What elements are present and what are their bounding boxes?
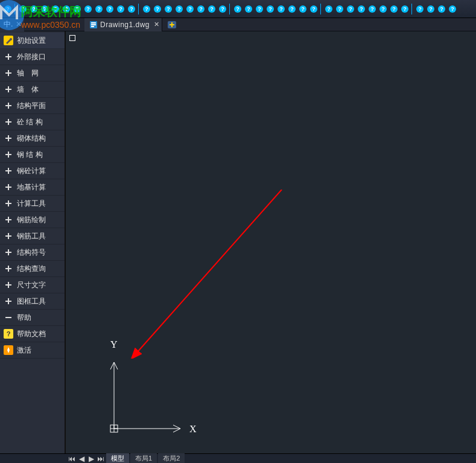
help-icon[interactable]: ? bbox=[115, 4, 126, 14]
help-icon[interactable]: ? bbox=[185, 4, 195, 14]
svg-text:?: ? bbox=[429, 6, 433, 12]
sidebar-item-label: 结构平面 bbox=[17, 101, 46, 111]
tab-close-icon[interactable]: ✕ bbox=[154, 21, 159, 28]
help-icon[interactable]: ? bbox=[436, 4, 447, 14]
help-icon[interactable]: ? bbox=[141, 4, 152, 14]
help-icon[interactable]: ? bbox=[399, 4, 410, 14]
sidebar-item-0[interactable]: 初始设置 bbox=[0, 33, 65, 49]
help-icon[interactable]: ? bbox=[447, 4, 458, 14]
help-icon[interactable]: ? bbox=[345, 4, 356, 14]
minus-icon bbox=[4, 313, 13, 322]
help-icon[interactable]: ? bbox=[94, 4, 104, 14]
toolbar-app-icon[interactable]: ? bbox=[2, 4, 13, 14]
help-icon[interactable]: ? bbox=[17, 4, 28, 14]
layout1-tab[interactable]: 布局1 bbox=[130, 453, 157, 463]
svg-text:?: ? bbox=[32, 6, 36, 12]
help-icon[interactable]: ? bbox=[276, 4, 287, 14]
sidebar-item-16[interactable]: 图框工具 bbox=[0, 293, 65, 310]
svg-line-128 bbox=[137, 190, 282, 353]
sidebar-item-4[interactable]: 结构平面 bbox=[0, 98, 65, 114]
help-icon[interactable]: ? bbox=[217, 4, 228, 14]
file-tab-strip: 中. ✕ Drawing1.dwg ✕ bbox=[0, 18, 476, 31]
plus-icon bbox=[4, 215, 13, 225]
sidebar-item-2[interactable]: 轴 网 bbox=[0, 65, 65, 81]
svg-text:?: ? bbox=[451, 6, 454, 12]
help-icon[interactable]: ? bbox=[50, 4, 61, 14]
svg-text:?: ? bbox=[221, 6, 224, 12]
sidebar-item-14[interactable]: 结构查询 bbox=[0, 261, 65, 277]
help-icon[interactable]: ? bbox=[308, 4, 319, 14]
help-icon[interactable]: ? bbox=[126, 4, 137, 14]
help-icon[interactable]: ? bbox=[334, 4, 345, 14]
sidebar-item-8[interactable]: 钢砼计算 bbox=[0, 163, 65, 179]
svg-text:?: ? bbox=[86, 6, 90, 12]
sidebar-item-1[interactable]: 外部接口 bbox=[0, 49, 65, 65]
help-icon[interactable]: ? bbox=[152, 4, 163, 14]
help-icon[interactable]: ? bbox=[83, 4, 94, 14]
sidebar-item-11[interactable]: 钢筋绘制 bbox=[0, 212, 65, 228]
help-icon[interactable]: ? bbox=[287, 4, 297, 14]
file-tab[interactable]: Drawing1.dwg ✕ bbox=[84, 18, 162, 31]
help-icon[interactable]: ? bbox=[232, 4, 243, 14]
svg-text:?: ? bbox=[119, 6, 122, 12]
help-icon[interactable]: ? bbox=[414, 4, 425, 14]
file-tab-label: Drawing1.dwg bbox=[100, 21, 150, 29]
sidebar-item-5[interactable]: 砼 结 构 bbox=[0, 114, 65, 130]
svg-text:?: ? bbox=[54, 6, 57, 12]
sidebar-item-13[interactable]: 结构符号 bbox=[0, 244, 65, 261]
svg-text:?: ? bbox=[312, 6, 316, 12]
help-icon[interactable]: ? bbox=[378, 4, 389, 14]
help-icon[interactable]: ? bbox=[39, 4, 50, 14]
layout2-tab[interactable]: 布局2 bbox=[158, 453, 185, 463]
svg-text:?: ? bbox=[360, 6, 363, 12]
help-icon[interactable]: ? bbox=[104, 4, 115, 14]
panel-close-icon[interactable]: ✕ bbox=[16, 20, 22, 28]
sidebar-item-9[interactable]: 地基计算 bbox=[0, 179, 65, 196]
help-icon[interactable]: ? bbox=[367, 4, 378, 14]
sidebar-item-12[interactable]: 钢筋工具 bbox=[0, 228, 65, 244]
tab-last-icon[interactable]: ⏭ bbox=[97, 455, 105, 463]
sidebar-item-label: 帮助文档 bbox=[17, 329, 46, 339]
help-icon[interactable]: ? bbox=[61, 4, 72, 14]
sidebar-item-17[interactable]: 帮助 bbox=[0, 310, 65, 326]
help-icon[interactable]: ? bbox=[243, 4, 254, 14]
help-icon[interactable]: ? bbox=[174, 4, 185, 14]
help-icon[interactable]: ? bbox=[28, 4, 39, 14]
help-icon[interactable]: ? bbox=[389, 4, 399, 14]
top-toolbar: ? ? ? ? ? ? ? ? ? ? ? ? ? ? ? ? ? ? ? ? … bbox=[0, 0, 476, 18]
sidebar-item-7[interactable]: 钢 结 构 bbox=[0, 147, 65, 163]
panel-toggle[interactable]: 中. ✕ bbox=[0, 18, 24, 31]
help-icon[interactable]: ? bbox=[163, 4, 174, 14]
tab-prev-icon[interactable]: ◀ bbox=[77, 455, 86, 463]
help-icon[interactable]: ? bbox=[72, 4, 83, 14]
new-tab-button[interactable] bbox=[165, 19, 179, 30]
svg-text:?: ? bbox=[349, 6, 352, 12]
help-icon[interactable]: ? bbox=[195, 4, 206, 14]
wrench-icon bbox=[4, 36, 13, 45]
model-tab[interactable]: 模型 bbox=[106, 453, 129, 463]
tab-next-icon[interactable]: ▶ bbox=[87, 455, 95, 463]
help-icon[interactable]: ? bbox=[425, 4, 436, 14]
svg-rect-85 bbox=[91, 24, 96, 25]
help-icon[interactable]: ? bbox=[206, 4, 217, 14]
sidebar-item-18[interactable]: ?帮助文档 bbox=[0, 326, 65, 342]
main-area: 初始设置外部接口轴 网墙 体结构平面砼 结 构砌体结构钢 结 构钢砼计算地基计算… bbox=[0, 31, 476, 453]
help-icon[interactable]: ? bbox=[323, 4, 334, 14]
help-icon[interactable]: ? bbox=[297, 4, 308, 14]
sidebar-item-19[interactable]: 激活 bbox=[0, 342, 65, 359]
help-icon[interactable]: ? bbox=[265, 4, 276, 14]
tab-first-icon[interactable]: ⏮ bbox=[68, 455, 76, 463]
sidebar-item-6[interactable]: 砌体结构 bbox=[0, 130, 65, 147]
svg-text:?: ? bbox=[236, 6, 240, 12]
help-icon[interactable]: ? bbox=[356, 4, 367, 14]
svg-text:Y: Y bbox=[110, 339, 118, 350]
svg-text:?: ? bbox=[268, 6, 272, 12]
svg-text:?: ? bbox=[145, 6, 148, 12]
help-icon[interactable]: ? bbox=[254, 4, 265, 14]
sidebar-item-15[interactable]: 尺寸文字 bbox=[0, 277, 65, 293]
plus-icon bbox=[4, 247, 13, 257]
sidebar-item-10[interactable]: 计算工具 bbox=[0, 196, 65, 212]
svg-text:?: ? bbox=[65, 6, 68, 12]
sidebar-item-3[interactable]: 墙 体 bbox=[0, 81, 65, 98]
drawing-canvas[interactable]: Y X bbox=[66, 31, 476, 453]
